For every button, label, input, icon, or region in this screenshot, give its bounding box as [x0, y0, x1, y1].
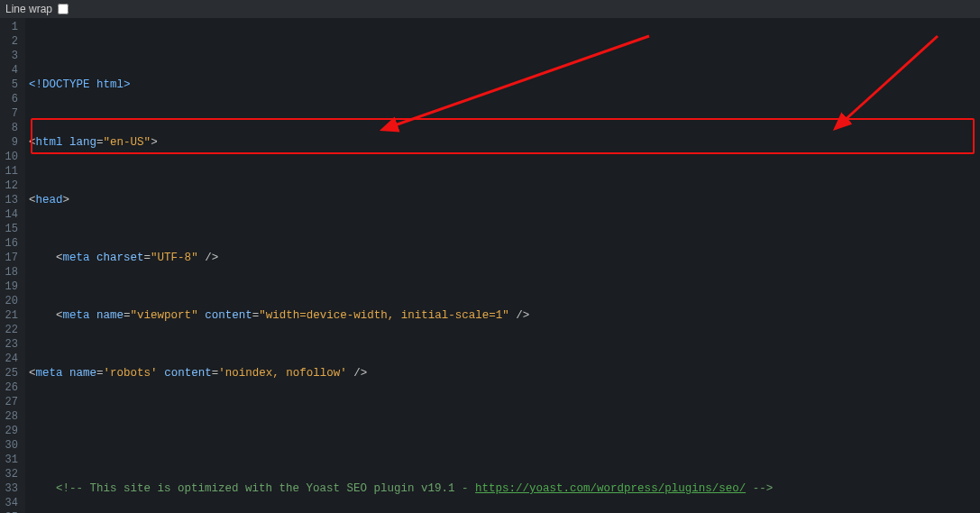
line-number: 28 [4, 409, 18, 424]
line-number: 17 [4, 251, 18, 265]
line-number: 8 [4, 121, 18, 135]
line-number: 1 [4, 20, 18, 34]
line-number: 16 [4, 236, 18, 251]
yoast-comment: <!-- This site is optimized with the Yoa… [56, 482, 475, 495]
line-wrap-checkbox[interactable] [58, 4, 69, 14]
toolbar: Line wrap [0, 0, 980, 18]
line-number: 31 [4, 453, 18, 467]
line-number: 13 [4, 193, 18, 207]
line-number: 20 [4, 294, 18, 308]
line-number: 9 [4, 135, 18, 150]
line-number: 11 [4, 164, 18, 179]
line-number: 29 [4, 424, 18, 438]
line-number: 18 [4, 265, 18, 279]
line-number: 15 [4, 222, 18, 236]
line-number: 14 [4, 207, 18, 222]
line-number: 3 [4, 49, 18, 63]
doctype: <!DOCTYPE html> [29, 78, 131, 91]
line-number: 27 [4, 395, 18, 409]
line-number: 24 [4, 352, 18, 366]
line-number: 4 [4, 63, 18, 78]
line-number: 34 [4, 496, 18, 510]
line-number: 6 [4, 92, 18, 106]
line-number: 5 [4, 78, 18, 92]
tag-head: head [36, 194, 63, 206]
line-number: 25 [4, 366, 18, 380]
line-number: 19 [4, 279, 18, 294]
line-number: 33 [4, 481, 18, 496]
line-number: 22 [4, 323, 18, 337]
line-number: 23 [4, 337, 18, 352]
tag-html: html [36, 136, 63, 149]
line-number: 21 [4, 308, 18, 323]
code-editor: 1234567891011121314151617181920212223242… [0, 18, 980, 513]
line-number: 26 [4, 380, 18, 395]
code-area[interactable]: <!DOCTYPE html> <html lang="en-US"> <hea… [25, 18, 980, 513]
line-number: 30 [4, 438, 18, 453]
line-number: 2 [4, 34, 18, 49]
line-number: 32 [4, 467, 18, 481]
line-number: 7 [4, 106, 18, 121]
line-number: 10 [4, 150, 18, 164]
line-wrap-label: Line wrap [5, 2, 52, 16]
line-number-gutter: 1234567891011121314151617181920212223242… [0, 18, 25, 513]
line-number: 12 [4, 179, 18, 193]
